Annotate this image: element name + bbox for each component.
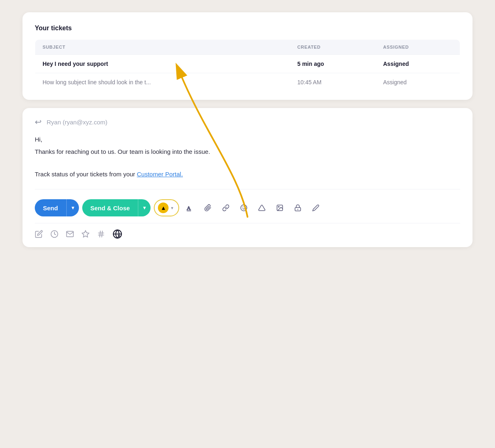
ticket-assigned-1: Assigned — [376, 55, 460, 73]
pencil-icon[interactable] — [308, 200, 323, 215]
image-icon[interactable] — [272, 200, 287, 215]
body-line2: Thanks for reaching out to us. Our team … — [35, 146, 460, 157]
send-button[interactable]: Send ▾ — [35, 199, 79, 216]
ticket-created-1: 5 min ago — [290, 55, 376, 73]
ticket-assigned-2: Assigned — [376, 73, 460, 92]
globe-icon[interactable] — [112, 229, 122, 239]
svg-text:A: A — [187, 205, 191, 211]
send-close-arrow[interactable]: ▾ — [138, 199, 151, 216]
reply-icon: ↩ — [35, 118, 42, 126]
ticket-subject-1: Hey I need your support — [35, 55, 290, 73]
alert-icon[interactable] — [254, 200, 269, 215]
send-button-arrow[interactable]: ▾ — [66, 199, 79, 216]
note-icon[interactable] — [35, 230, 43, 238]
portal-link[interactable]: Customer Portal. — [137, 171, 183, 178]
table-row[interactable]: Hey I need your support 5 min ago Assign… — [35, 55, 460, 73]
ai-dropdown-arrow: ▾ — [171, 205, 173, 211]
body-line1: Hi, — [35, 134, 460, 145]
svg-line-15 — [102, 231, 103, 237]
tickets-table: SUBJECT CREATED ASSIGNED Hey I need your… — [35, 39, 460, 92]
reply-to-address: Ryan (ryan@xyz.com) — [47, 119, 108, 126]
hash-icon[interactable] — [97, 230, 105, 238]
reply-body: Hi, Thanks for reaching out to us. Our t… — [35, 134, 460, 189]
body-line3-before: Track status of your tickets from your — [35, 171, 137, 178]
svg-point-7 — [279, 206, 279, 207]
table-row[interactable]: How long subject line should look in the… — [35, 73, 460, 92]
toolbar-row: Send ▾ Send & Close ▾ ▲ ▾ A — [35, 199, 460, 223]
reply-header: ↩ Ryan (ryan@xyz.com) — [35, 118, 460, 126]
page-wrapper: Your tickets SUBJECT CREATED ASSIGNED He… — [22, 12, 473, 247]
lock-timer-icon[interactable] — [290, 200, 305, 215]
text-format-icon[interactable]: A — [182, 200, 197, 215]
send-button-label: Send — [35, 199, 66, 216]
bottom-icons-row — [35, 223, 460, 239]
attachment-icon[interactable] — [200, 200, 215, 215]
body-line3: Track status of your tickets from your C… — [35, 169, 460, 180]
tickets-title: Your tickets — [35, 25, 460, 32]
email-icon[interactable] — [66, 230, 74, 238]
svg-point-3 — [241, 205, 247, 211]
col-created: CREATED — [290, 40, 376, 55]
star-icon[interactable] — [81, 230, 90, 238]
send-close-button[interactable]: Send & Close ▾ — [82, 199, 151, 216]
ticket-created-2: 10:45 AM — [290, 73, 376, 92]
svg-marker-11 — [82, 231, 89, 237]
col-subject: SUBJECT — [35, 40, 290, 55]
svg-line-14 — [100, 231, 101, 237]
reply-card: ↩ Ryan (ryan@xyz.com) Hi, Thanks for rea… — [22, 108, 473, 247]
clock-icon[interactable] — [50, 230, 59, 238]
emoji-icon[interactable] — [236, 200, 251, 215]
ai-icon: ▲ — [158, 203, 169, 213]
ticket-subject-2: How long subject line should look in the… — [35, 73, 290, 92]
col-assigned: ASSIGNED — [376, 40, 460, 55]
link-icon[interactable] — [218, 200, 233, 215]
table-header-row: SUBJECT CREATED ASSIGNED — [35, 40, 460, 55]
ai-button[interactable]: ▲ ▾ — [154, 199, 179, 216]
tickets-card: Your tickets SUBJECT CREATED ASSIGNED He… — [22, 12, 473, 100]
send-close-label: Send & Close — [82, 199, 138, 216]
